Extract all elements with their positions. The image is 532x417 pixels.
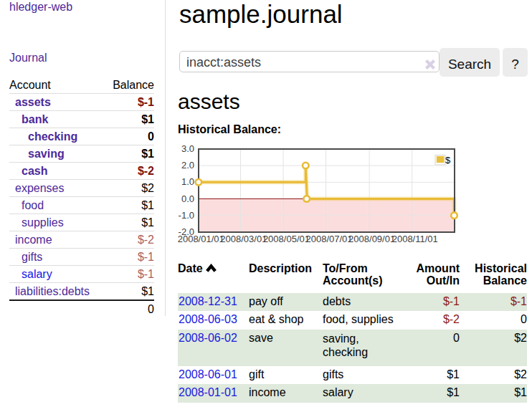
- svg-text:2008/07/01: 2008/07/01: [306, 234, 353, 244]
- svg-text:2008/05/01: 2008/05/01: [263, 234, 310, 244]
- svg-text:-1.0: -1.0: [179, 210, 194, 221]
- svg-text:2008/11/01: 2008/11/01: [392, 234, 438, 244]
- svg-text:2008/01/01: 2008/01/01: [178, 234, 224, 244]
- svg-text:2008/09/01: 2008/09/01: [348, 234, 395, 244]
- svg-text:2.0: 2.0: [181, 160, 194, 171]
- svg-text:3.0: 3.0: [181, 143, 194, 154]
- svg-text:0.0: 0.0: [181, 193, 194, 204]
- svg-text:$: $: [445, 155, 451, 166]
- svg-text:1.0: 1.0: [181, 176, 194, 187]
- svg-text:2008/03/01: 2008/03/01: [220, 234, 267, 244]
